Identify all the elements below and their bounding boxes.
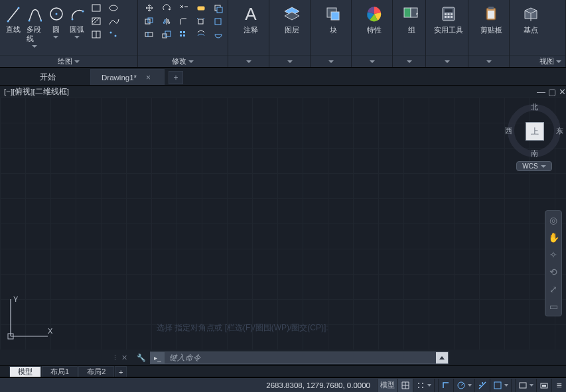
draw-line-button[interactable]: 直线 — [3, 1, 24, 36]
mod-explode-button[interactable] — [193, 16, 209, 27]
svg-rect-48 — [451, 16, 453, 18]
viewcube-top-face[interactable]: 上 — [526, 122, 544, 141]
cmd-prompt-icon: ▸_ — [151, 352, 165, 363]
viewport-label[interactable]: [−][俯视][二维线框] — [4, 87, 534, 97]
status-polar-button[interactable] — [453, 379, 474, 392]
tab-add-button[interactable]: + — [169, 71, 183, 84]
props-button[interactable]: 特性 — [354, 1, 394, 37]
command-input[interactable]: ▸_ 键入命令 — [150, 352, 449, 364]
draw-rect-button[interactable] — [88, 3, 104, 14]
layout-tab-2[interactable]: 布局2 — [78, 366, 114, 377]
status-lineweight-button[interactable] — [515, 379, 536, 392]
commandline-row: ⋮✕ 🔧 ▸_ 键入命令 — [0, 350, 566, 365]
svg-line-30 — [203, 18, 204, 19]
cmd-settings-icon[interactable]: 🔧 — [137, 354, 146, 362]
mod-array-button[interactable] — [176, 29, 192, 40]
ribbon-panel-modify-title[interactable]: 修改 — [138, 55, 228, 67]
draw-circle-button[interactable]: 圆 — [45, 1, 66, 40]
tab-start[interactable]: 开始 — [9, 69, 89, 85]
svg-rect-9 — [92, 5, 100, 11]
draw-region-button[interactable] — [88, 29, 104, 40]
draw-polyline-button[interactable]: 多段线 — [24, 1, 45, 49]
cmd-history-dropdown[interactable] — [436, 352, 448, 363]
mod-align-button[interactable] — [210, 16, 226, 27]
tab-drawing1[interactable]: Drawing1*× — [90, 69, 165, 85]
wcs-tag[interactable]: WCS — [516, 161, 551, 171]
mod-trim-button[interactable] — [176, 3, 192, 14]
status-coordinates[interactable]: 2683.8308, 1279.7680, 0.0000 — [266, 381, 370, 389]
svg-rect-28 — [198, 19, 203, 24]
status-grid-button[interactable] — [397, 379, 413, 392]
svg-rect-51 — [488, 11, 494, 19]
status-otrack-button[interactable] — [474, 379, 490, 392]
viewport-maximize-icon[interactable]: ▢ — [548, 87, 556, 97]
status-customize-button[interactable]: ≡ — [551, 379, 566, 392]
status-model-button[interactable]: 模型 — [377, 379, 397, 392]
mod-scale-button[interactable] — [159, 29, 175, 40]
status-osnap-button[interactable] — [490, 379, 511, 392]
layout-tab-model[interactable]: 模型 — [9, 366, 41, 377]
draw-hatch-button[interactable] — [88, 16, 104, 27]
draw-ellipse-button[interactable] — [106, 3, 121, 14]
nav-fullnav-icon[interactable]: ◎ — [547, 214, 559, 226]
block-button[interactable]: 块 — [313, 1, 353, 37]
svg-point-8 — [82, 11, 84, 13]
svg-rect-21 — [163, 34, 167, 38]
svg-rect-32 — [217, 7, 222, 13]
mod-stretch-button[interactable] — [141, 29, 157, 40]
mod-measure-button[interactable] — [210, 29, 226, 40]
ribbon-panel-view-title[interactable]: 视图 — [510, 55, 565, 67]
svg-text:A: A — [245, 4, 257, 24]
nav-showmotion-icon[interactable]: ⤢ — [547, 283, 559, 295]
svg-line-12 — [92, 18, 96, 22]
nav-steering-icon[interactable]: ▭ — [547, 300, 559, 312]
viewport-close-icon[interactable]: ✕ — [559, 87, 566, 97]
nav-pan-icon[interactable]: ✋ — [547, 231, 559, 243]
layers-button[interactable]: 图层 — [272, 1, 312, 37]
nav-orbit-icon[interactable]: ⟲ — [547, 266, 559, 278]
layout-tab-1[interactable]: 布局1 — [42, 366, 78, 377]
mod-mirror-button[interactable] — [159, 16, 175, 27]
mod-fillet-button[interactable] — [176, 16, 192, 27]
svg-point-3 — [29, 20, 31, 22]
mod-offset-button[interactable] — [193, 29, 209, 40]
draw-spline-button[interactable] — [106, 16, 121, 27]
mod-draworder-button[interactable] — [210, 3, 226, 14]
tab-close-icon[interactable]: × — [146, 73, 151, 82]
annotate-button[interactable]: A 注释 — [231, 1, 271, 37]
layout-tabs: 模型 布局1 布局2 + — [0, 365, 566, 377]
viewcube[interactable]: 上 北 南 东 西 — [508, 104, 561, 157]
svg-point-59 — [418, 387, 419, 388]
ribbon-panel-clipboard: 剪贴板 — [468, 0, 510, 67]
navigation-bar: ◎ ✋ ✧ ⟲ ⤢ ▭ — [545, 210, 562, 316]
draw-circle-label: 圆 — [52, 25, 60, 34]
ribbon-panel-group: 组 — [393, 0, 426, 67]
clipboard-button[interactable]: 剪贴板 — [471, 1, 511, 37]
basepoint-button[interactable]: 基点 — [512, 1, 549, 37]
status-ortho-button[interactable] — [438, 379, 453, 392]
svg-line-29 — [197, 18, 198, 19]
ribbon: 直线 多段线 圆 圆弧 — [0, 0, 566, 68]
status-workspace-button[interactable] — [536, 379, 551, 392]
cmd-handle[interactable]: ⋮✕ 🔧 — [111, 354, 146, 362]
draw-arc-button[interactable]: 圆弧 — [66, 1, 88, 40]
draw-point-button[interactable] — [106, 29, 121, 40]
mod-rotate-button[interactable] — [159, 3, 175, 14]
viewport-minimize-icon[interactable]: — — [537, 87, 545, 97]
layout-tab-add[interactable]: + — [115, 366, 127, 377]
svg-rect-42 — [445, 9, 453, 12]
svg-line-0 — [8, 8, 19, 21]
utils-button[interactable]: 实用工具 — [429, 1, 468, 37]
draw-line-label: 直线 — [6, 25, 21, 34]
mod-copy-button[interactable] — [141, 16, 157, 27]
svg-rect-43 — [445, 13, 447, 15]
ribbon-panel-draw-title[interactable]: 绘图 — [0, 55, 137, 67]
svg-point-1 — [7, 21, 9, 23]
svg-rect-47 — [448, 16, 450, 18]
mod-move-button[interactable] — [141, 3, 157, 14]
nav-zoom-icon[interactable]: ✧ — [547, 249, 559, 261]
drawing-canvas[interactable]: Y X 上 北 南 东 西 WCS ◎ ✋ ✧ ⟲ ⤢ ▭ 选择 指定对角点或 … — [0, 98, 566, 350]
status-snap-button[interactable] — [413, 379, 434, 392]
group-button[interactable]: 组 — [395, 1, 427, 37]
mod-erase-button[interactable] — [193, 3, 209, 14]
